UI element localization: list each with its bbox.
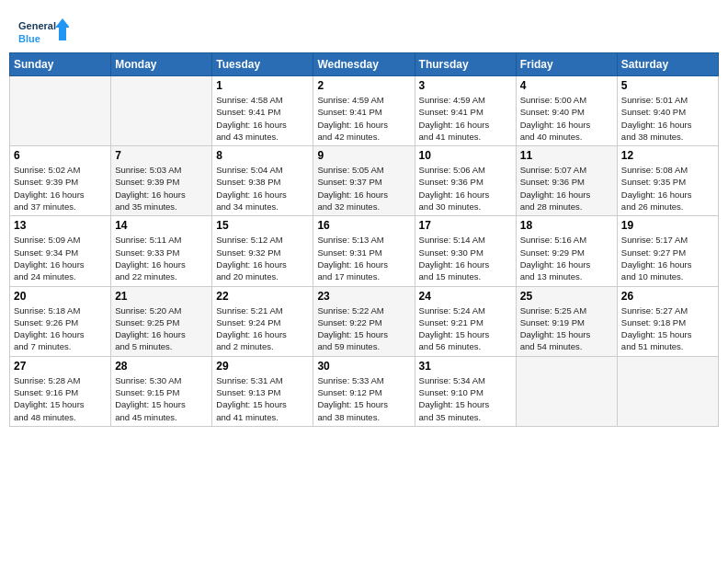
- calendar-cell: 3Sunrise: 4:59 AMSunset: 9:41 PMDaylight…: [415, 76, 516, 146]
- calendar-cell: 18Sunrise: 5:16 AMSunset: 9:29 PMDayligh…: [516, 216, 617, 286]
- day-info: Sunrise: 5:11 AMSunset: 9:33 PMDaylight:…: [115, 234, 208, 282]
- day-info: Sunrise: 5:21 AMSunset: 9:24 PMDaylight:…: [216, 304, 309, 353]
- day-number: 23: [317, 290, 410, 303]
- header-monday: Monday: [111, 53, 212, 76]
- day-number: 7: [115, 149, 208, 162]
- day-number: 18: [520, 219, 613, 232]
- svg-text:General: General: [18, 20, 56, 31]
- calendar-cell: 12Sunrise: 5:08 AMSunset: 9:35 PMDayligh…: [617, 146, 718, 216]
- day-number: 29: [216, 360, 309, 373]
- day-number: 26: [621, 290, 714, 303]
- day-info: Sunrise: 5:18 AMSunset: 9:26 PMDaylight:…: [14, 304, 107, 353]
- calendar-cell: 11Sunrise: 5:07 AMSunset: 9:36 PMDayligh…: [516, 146, 617, 216]
- calendar-week-4: 20Sunrise: 5:18 AMSunset: 9:26 PMDayligh…: [10, 286, 719, 356]
- day-number: 9: [317, 149, 410, 162]
- day-info: Sunrise: 5:01 AMSunset: 9:40 PMDaylight:…: [621, 94, 714, 143]
- day-info: Sunrise: 5:16 AMSunset: 9:29 PMDaylight:…: [520, 234, 613, 282]
- calendar-cell: 28Sunrise: 5:30 AMSunset: 9:15 PMDayligh…: [111, 356, 212, 426]
- calendar-week-5: 27Sunrise: 5:28 AMSunset: 9:16 PMDayligh…: [10, 356, 719, 426]
- calendar-cell: 24Sunrise: 5:24 AMSunset: 9:21 PMDayligh…: [415, 286, 516, 356]
- calendar-cell: 4Sunrise: 5:00 AMSunset: 9:40 PMDaylight…: [516, 76, 617, 146]
- day-info: Sunrise: 5:34 AMSunset: 9:10 PMDaylight:…: [419, 374, 512, 423]
- calendar-cell: 9Sunrise: 5:05 AMSunset: 9:37 PMDaylight…: [313, 146, 415, 216]
- calendar-cell: 6Sunrise: 5:02 AMSunset: 9:39 PMDaylight…: [10, 146, 111, 216]
- header-wednesday: Wednesday: [313, 53, 415, 76]
- logo-svg: General Blue: [18, 17, 69, 49]
- calendar-week-3: 13Sunrise: 5:09 AMSunset: 9:34 PMDayligh…: [10, 216, 719, 286]
- day-info: Sunrise: 5:30 AMSunset: 9:15 PMDaylight:…: [115, 374, 208, 423]
- day-number: 11: [520, 149, 613, 162]
- calendar-cell: 7Sunrise: 5:03 AMSunset: 9:39 PMDaylight…: [111, 146, 212, 216]
- calendar-cell: 30Sunrise: 5:33 AMSunset: 9:12 PMDayligh…: [313, 356, 415, 426]
- day-info: Sunrise: 5:06 AMSunset: 9:36 PMDaylight:…: [419, 164, 512, 213]
- calendar-cell: [111, 76, 212, 146]
- calendar-cell: 16Sunrise: 5:13 AMSunset: 9:31 PMDayligh…: [313, 216, 415, 286]
- day-info: Sunrise: 5:07 AMSunset: 9:36 PMDaylight:…: [520, 164, 613, 213]
- calendar-cell: 20Sunrise: 5:18 AMSunset: 9:26 PMDayligh…: [10, 286, 111, 356]
- day-number: 17: [419, 219, 512, 232]
- calendar-cell: [10, 76, 111, 146]
- day-number: 4: [520, 79, 613, 92]
- calendar-cell: 13Sunrise: 5:09 AMSunset: 9:34 PMDayligh…: [10, 216, 111, 286]
- calendar-cell: [617, 356, 718, 426]
- calendar-cell: 31Sunrise: 5:34 AMSunset: 9:10 PMDayligh…: [415, 356, 516, 426]
- day-number: 30: [317, 360, 410, 373]
- calendar-cell: 29Sunrise: 5:31 AMSunset: 9:13 PMDayligh…: [212, 356, 313, 426]
- calendar-cell: 23Sunrise: 5:22 AMSunset: 9:22 PMDayligh…: [313, 286, 415, 356]
- day-number: 10: [419, 149, 512, 162]
- calendar-cell: 1Sunrise: 4:58 AMSunset: 9:41 PMDaylight…: [212, 76, 313, 146]
- day-info: Sunrise: 5:20 AMSunset: 9:25 PMDaylight:…: [115, 304, 208, 353]
- day-number: 27: [14, 360, 107, 373]
- day-number: 24: [419, 290, 512, 303]
- day-info: Sunrise: 5:03 AMSunset: 9:39 PMDaylight:…: [115, 164, 208, 213]
- day-number: 25: [520, 290, 613, 303]
- calendar-cell: 25Sunrise: 5:25 AMSunset: 9:19 PMDayligh…: [516, 286, 617, 356]
- day-number: 19: [621, 219, 714, 232]
- header-tuesday: Tuesday: [212, 53, 313, 76]
- day-info: Sunrise: 5:31 AMSunset: 9:13 PMDaylight:…: [216, 374, 309, 423]
- header-thursday: Thursday: [415, 53, 516, 76]
- header-sunday: Sunday: [10, 53, 111, 76]
- day-info: Sunrise: 5:33 AMSunset: 9:12 PMDaylight:…: [317, 374, 410, 423]
- day-info: Sunrise: 5:14 AMSunset: 9:30 PMDaylight:…: [419, 234, 512, 282]
- day-info: Sunrise: 5:08 AMSunset: 9:35 PMDaylight:…: [621, 164, 714, 213]
- page-header: General Blue: [9, 9, 719, 52]
- day-info: Sunrise: 5:00 AMSunset: 9:40 PMDaylight:…: [520, 94, 613, 143]
- day-number: 3: [419, 79, 512, 92]
- calendar-cell: 8Sunrise: 5:04 AMSunset: 9:38 PMDaylight…: [212, 146, 313, 216]
- day-info: Sunrise: 4:58 AMSunset: 9:41 PMDaylight:…: [216, 94, 309, 143]
- logo: General Blue: [18, 17, 69, 49]
- day-number: 21: [115, 290, 208, 303]
- day-number: 12: [621, 149, 714, 162]
- day-info: Sunrise: 5:27 AMSunset: 9:18 PMDaylight:…: [621, 304, 714, 353]
- calendar-cell: 22Sunrise: 5:21 AMSunset: 9:24 PMDayligh…: [212, 286, 313, 356]
- day-number: 16: [317, 219, 410, 232]
- calendar-cell: 2Sunrise: 4:59 AMSunset: 9:41 PMDaylight…: [313, 76, 415, 146]
- day-number: 13: [14, 219, 107, 232]
- day-number: 14: [115, 219, 208, 232]
- calendar-cell: 14Sunrise: 5:11 AMSunset: 9:33 PMDayligh…: [111, 216, 212, 286]
- calendar-cell: 17Sunrise: 5:14 AMSunset: 9:30 PMDayligh…: [415, 216, 516, 286]
- day-number: 1: [216, 79, 309, 92]
- day-number: 20: [14, 290, 107, 303]
- header-friday: Friday: [516, 53, 617, 76]
- day-info: Sunrise: 4:59 AMSunset: 9:41 PMDaylight:…: [419, 94, 512, 143]
- day-number: 28: [115, 360, 208, 373]
- day-number: 15: [216, 219, 309, 232]
- day-number: 31: [419, 360, 512, 373]
- calendar-cell: 19Sunrise: 5:17 AMSunset: 9:27 PMDayligh…: [617, 216, 718, 286]
- day-info: Sunrise: 5:12 AMSunset: 9:32 PMDaylight:…: [216, 234, 309, 282]
- day-number: 5: [621, 79, 714, 92]
- day-number: 8: [216, 149, 309, 162]
- day-info: Sunrise: 5:24 AMSunset: 9:21 PMDaylight:…: [419, 304, 512, 353]
- calendar-header-row: SundayMondayTuesdayWednesdayThursdayFrid…: [10, 53, 719, 76]
- calendar-cell: 26Sunrise: 5:27 AMSunset: 9:18 PMDayligh…: [617, 286, 718, 356]
- day-info: Sunrise: 5:04 AMSunset: 9:38 PMDaylight:…: [216, 164, 309, 213]
- calendar-week-1: 1Sunrise: 4:58 AMSunset: 9:41 PMDaylight…: [10, 76, 719, 146]
- svg-text:Blue: Blue: [18, 33, 40, 44]
- day-info: Sunrise: 5:09 AMSunset: 9:34 PMDaylight:…: [14, 234, 107, 282]
- day-number: 22: [216, 290, 309, 303]
- calendar-cell: [516, 356, 617, 426]
- day-info: Sunrise: 5:13 AMSunset: 9:31 PMDaylight:…: [317, 234, 410, 282]
- day-info: Sunrise: 5:22 AMSunset: 9:22 PMDaylight:…: [317, 304, 410, 353]
